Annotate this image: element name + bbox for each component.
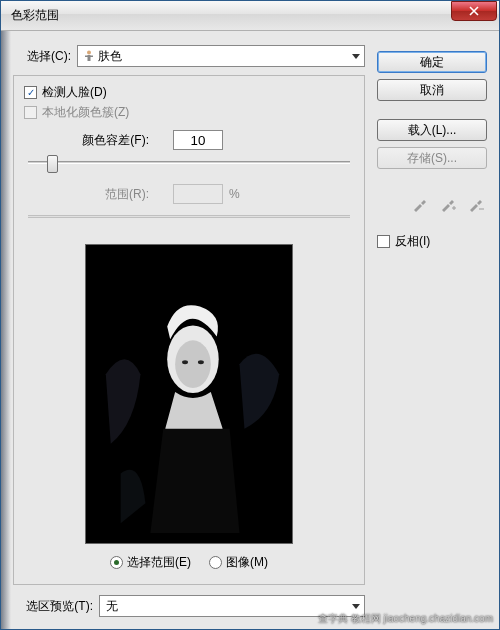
svg-point-0 [87,51,91,55]
eyedropper-plus-icon [437,193,459,215]
close-icon [469,6,479,16]
load-button[interactable]: 载入(L)... [377,119,487,141]
title-bar: 色彩范围 [1,1,499,31]
invert-label: 反相(I) [395,233,430,250]
localized-colors-label: 本地化颜色簇(Z) [42,104,129,121]
ok-button[interactable]: 确定 [377,51,487,73]
svg-point-5 [175,340,211,388]
close-button[interactable] [451,1,497,21]
fuzziness-input[interactable] [173,130,223,150]
preview-image-label: 图像(M) [226,554,268,571]
watermark: 查字典 教程网 jiaocheng.chazidian.com [318,612,493,626]
svg-point-7 [198,360,204,364]
window-title: 色彩范围 [11,7,451,24]
range-label: 范围(R): [54,186,149,203]
selection-preview-label: 选区预览(T): [13,598,93,615]
eyedropper-minus-icon [465,193,487,215]
select-value: 肤色 [98,48,122,65]
select-dropdown[interactable]: 肤色 [77,45,365,67]
chevron-down-icon [352,54,360,59]
select-label: 选择(C): [13,48,71,65]
fuzziness-slider[interactable] [28,154,350,172]
preview-image-radio[interactable]: 图像(M) [209,554,268,571]
svg-rect-2 [85,56,93,58]
range-input [173,184,223,204]
preview-selection-label: 选择范围(E) [127,554,191,571]
slider-thumb[interactable] [47,155,58,173]
detect-faces-label: 检测人脸(D) [42,84,107,101]
svg-point-6 [182,360,188,364]
chevron-down-icon [352,604,360,609]
radio-icon [209,556,222,569]
detect-faces-checkbox[interactable]: ✓ [24,86,37,99]
save-button: 存储(S)... [377,147,487,169]
range-slider [28,208,350,226]
cancel-button[interactable]: 取消 [377,79,487,101]
selection-preview-image [85,244,293,544]
localized-colors-checkbox [24,106,37,119]
selection-preview-value: 无 [106,598,118,615]
eyedropper-icon [409,193,431,215]
radio-icon [110,556,123,569]
skin-tone-icon [84,50,94,62]
invert-checkbox[interactable] [377,235,390,248]
preview-selection-radio[interactable]: 选择范围(E) [110,554,191,571]
range-unit: % [229,187,240,201]
fuzziness-label: 颜色容差(F): [54,132,149,149]
